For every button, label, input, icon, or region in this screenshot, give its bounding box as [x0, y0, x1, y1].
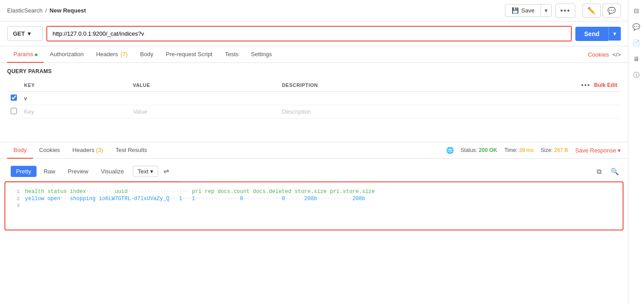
breadcrumb: ElasticSearch / New Request — [7, 7, 86, 14]
tab-authorization-label: Authorization — [50, 51, 84, 58]
response-tab-cookies[interactable]: Cookies — [33, 142, 66, 159]
sidebar-chat-icon[interactable]: 💬 — [629, 20, 644, 34]
time-value: 39 ms — [519, 147, 534, 153]
response-format-tabs: Pretty Raw Preview Visualize Text ▾ ⇌ — [5, 161, 178, 181]
response-body-content: 1 health status index·········uuid······… — [4, 181, 623, 230]
send-dropdown-button[interactable]: ▾ — [608, 27, 621, 41]
tab-settings[interactable]: Settings — [245, 46, 278, 63]
tab-pre-request-script[interactable]: Pre-request Script — [160, 46, 219, 63]
status-label: Status: 200 OK — [461, 147, 497, 153]
save-label: Save — [521, 7, 535, 14]
sidebar-panel-icon[interactable]: ⊟ — [630, 4, 643, 18]
response-tab-body-label: Body — [13, 147, 27, 153]
tab-params[interactable]: Params — [7, 46, 44, 63]
url-input-wrapper — [46, 26, 572, 41]
breadcrumb-current: New Request — [49, 7, 86, 14]
wrap-lines-button[interactable]: ⇌ — [160, 165, 173, 177]
toolbar-icons: ✏️ 💬 — [582, 4, 621, 18]
th-checkbox — [7, 79, 21, 92]
copy-response-button[interactable]: ⧉ — [593, 165, 605, 178]
url-input[interactable] — [47, 27, 571, 41]
params-dot-indicator — [35, 53, 37, 56]
save-response-button[interactable]: Save Response ▾ — [575, 147, 621, 154]
save-disk-icon: 💾 — [512, 7, 519, 14]
code-line-3: 3 — [9, 203, 619, 208]
placeholder-checkbox[interactable] — [11, 108, 17, 114]
save-dropdown-button[interactable]: ▾ — [541, 4, 551, 16]
response-tab-body[interactable]: Body — [7, 142, 33, 159]
response-tab-headers-label: Headers (3) — [73, 147, 103, 153]
search-response-button[interactable]: 🔍 — [607, 165, 623, 178]
status-value: 200 OK — [479, 147, 497, 153]
code-line-2: 2 yellow open···shopping io6LW7GTRL-d7lx… — [9, 196, 619, 202]
request-tabs: Params Authorization Headers (7) Body Pr… — [7, 46, 278, 62]
row-checkbox[interactable] — [11, 94, 17, 101]
tabs-right-actions: Cookies </> — [588, 51, 621, 58]
tab-authorization[interactable]: Authorization — [44, 46, 90, 63]
tab-tests-label: Tests — [225, 51, 238, 58]
format-type-selector[interactable]: Text ▾ — [133, 166, 158, 177]
top-bar-actions: 💾 Save ▾ ••• ✏️ 💬 — [505, 4, 621, 18]
placeholder-description-cell[interactable]: Description — [279, 105, 541, 119]
breadcrumb-sep: / — [45, 7, 47, 14]
sidebar-info-icon[interactable]: ⓘ — [630, 68, 643, 83]
edit-icon-button[interactable]: ✏️ — [582, 4, 601, 18]
method-selector[interactable]: GET ▾ — [7, 26, 43, 41]
time-label: Time: 39 ms — [505, 147, 534, 153]
breadcrumb-app: ElasticSearch — [7, 7, 42, 14]
cookies-button[interactable]: Cookies — [588, 51, 609, 58]
th-description: DESCRIPTION — [279, 79, 541, 92]
code-button[interactable]: </> — [612, 51, 621, 58]
save-main-button[interactable]: 💾 Save — [505, 4, 541, 16]
th-key: KEY — [21, 79, 129, 92]
resp-tab-visualize[interactable]: Visualize — [95, 166, 129, 177]
response-tab-test-results-label: Test Results — [115, 147, 147, 153]
resp-tab-preview[interactable]: Preview — [62, 166, 94, 177]
table-row-placeholder: Key Value Description — [7, 105, 621, 119]
tab-headers-label: Headers — [96, 51, 118, 58]
sidebar-doc-icon[interactable]: 📄 — [629, 36, 644, 50]
comment-icon-button[interactable]: 💬 — [603, 4, 621, 18]
resp-tab-pretty[interactable]: Pretty — [11, 166, 37, 177]
more-options-button[interactable]: ••• — [555, 4, 575, 18]
globe-icon: 🌐 — [446, 147, 454, 154]
tab-body[interactable]: Body — [134, 46, 160, 63]
response-body-actions: ⧉ 🔍 — [593, 165, 623, 178]
row-actions-cell — [541, 92, 621, 105]
row-value-cell[interactable] — [129, 92, 278, 105]
placeholder-actions-cell — [541, 105, 621, 119]
response-tabs-row: Body Cookies Headers (3) Test Results 🌐 … — [0, 142, 628, 159]
request-tabs-row: Params Authorization Headers (7) Body Pr… — [0, 46, 628, 63]
bulk-edit-button[interactable]: Bulk Edit — [594, 82, 617, 88]
tab-settings-label: Settings — [251, 51, 272, 58]
response-body-toolbar: Pretty Raw Preview Visualize Text ▾ ⇌ ⧉ … — [0, 159, 628, 181]
th-actions: ••• Bulk Edit — [541, 79, 621, 92]
sidebar-monitor-icon[interactable]: 🖥 — [630, 52, 643, 66]
format-chevron-icon: ▾ — [150, 168, 153, 175]
method-chevron-icon: ▾ — [28, 30, 31, 37]
headers-badge: (7) — [119, 51, 128, 58]
row-description-cell[interactable] — [279, 92, 541, 105]
right-sidebar: ⊟ 💬 📄 🖥 ⓘ — [628, 0, 644, 304]
response-tab-headers[interactable]: Headers (3) — [66, 142, 110, 159]
row-key-cell[interactable]: v — [21, 92, 129, 105]
table-row: v — [7, 92, 621, 105]
query-params-title: Query Params — [7, 68, 621, 74]
line-num-1: 1 — [9, 189, 20, 194]
placeholder-value-cell[interactable]: Value — [129, 105, 278, 119]
response-tab-test-results[interactable]: Test Results — [109, 142, 153, 159]
send-button-group: Send ▾ — [575, 27, 621, 41]
params-more-button[interactable]: ••• — [581, 82, 591, 89]
query-params-section: Query Params KEY VALUE DESCRIPTION ••• B… — [0, 63, 628, 124]
tab-headers[interactable]: Headers (7) — [90, 46, 134, 63]
row-checkbox-cell — [7, 92, 21, 105]
line-num-2: 2 — [9, 196, 20, 201]
send-button[interactable]: Send — [575, 27, 608, 41]
tab-body-label: Body — [140, 51, 153, 58]
line-num-3: 3 — [9, 203, 20, 208]
placeholder-checkbox-cell — [7, 105, 21, 119]
tab-tests[interactable]: Tests — [219, 46, 245, 63]
placeholder-key-cell[interactable]: Key — [21, 105, 129, 119]
response-section: Body Cookies Headers (3) Test Results 🌐 … — [0, 142, 628, 230]
resp-tab-raw[interactable]: Raw — [38, 166, 61, 177]
